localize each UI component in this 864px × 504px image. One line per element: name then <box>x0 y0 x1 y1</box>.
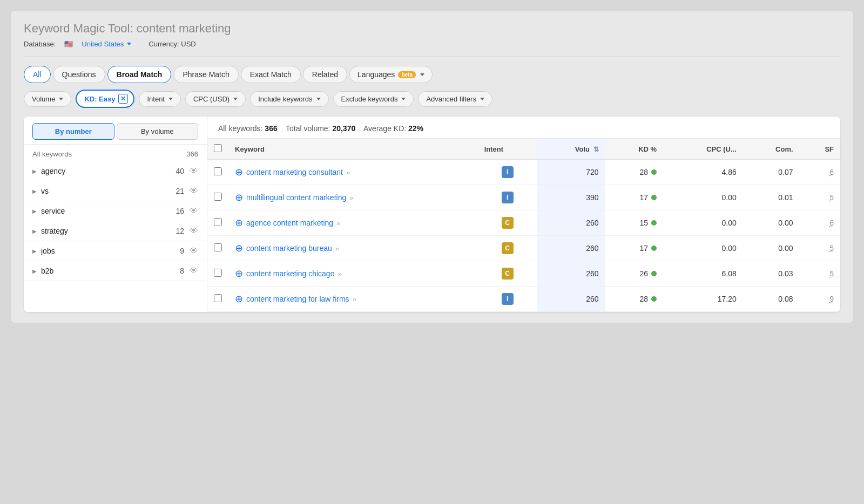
row-checkbox-cell <box>207 185 228 210</box>
add-keyword-icon[interactable]: ⊕ <box>235 218 243 228</box>
intent-cell: C <box>478 236 537 261</box>
cpc-cell: 0.00 <box>663 236 743 261</box>
cpc-filter[interactable]: CPC (USD) <box>185 91 246 107</box>
b2b-eye-icon[interactable]: 👁 <box>190 266 198 276</box>
expand-service-icon: ▶ <box>32 208 37 214</box>
exclude-keywords-filter[interactable]: Exclude keywords <box>333 91 414 107</box>
cpc-cell: 4.86 <box>663 160 743 185</box>
by-volume-button[interactable]: By volume <box>117 123 199 140</box>
keyword-chevrons-icon: » <box>346 168 350 176</box>
tab-phrase-match[interactable]: Phrase Match <box>173 66 238 83</box>
beta-badge: beta <box>398 71 416 78</box>
add-keyword-icon[interactable]: ⊕ <box>235 269 243 278</box>
page-header: Keyword Magic Tool: content marketing Da… <box>24 22 840 48</box>
include-keywords-filter[interactable]: Include keywords <box>250 91 328 107</box>
stats-row: All keywords: 366 Total volume: 20,370 A… <box>207 117 840 139</box>
expand-b2b-icon: ▶ <box>32 268 37 274</box>
kd-col-header[interactable]: KD % <box>605 139 664 160</box>
kd-dot-icon <box>651 271 657 276</box>
row-checkbox[interactable] <box>214 294 222 302</box>
add-keyword-icon[interactable]: ⊕ <box>235 243 243 253</box>
tab-broad-match[interactable]: Broad Match <box>107 66 172 83</box>
keyword-col-header[interactable]: Keyword <box>228 139 478 160</box>
b2b-count: 8 <box>180 267 184 275</box>
com-col-header[interactable]: Com. <box>743 139 800 160</box>
cpc-cell: 0.00 <box>663 185 743 210</box>
kd-dot-icon <box>651 195 657 200</box>
table-row: ⊕content marketing consultant»I720284.86… <box>207 160 840 185</box>
row-checkbox[interactable] <box>214 269 222 277</box>
cpc-cell: 17.20 <box>663 287 743 312</box>
kd-cell: 26 <box>605 261 664 287</box>
database-link[interactable]: United States <box>82 40 131 48</box>
agency-eye-icon[interactable]: 👁 <box>190 166 198 176</box>
sidebar-item-vs[interactable]: ▶ vs 21 👁 <box>24 181 207 201</box>
sidebar-item-b2b[interactable]: ▶ b2b 8 👁 <box>24 261 207 281</box>
add-keyword-icon[interactable]: ⊕ <box>235 193 243 202</box>
volume-filter[interactable]: Volume <box>24 91 71 107</box>
select-all-checkbox[interactable] <box>214 144 222 152</box>
sidebar-item-jobs[interactable]: ▶ jobs 9 👁 <box>24 241 207 261</box>
intent-badge: C <box>502 242 514 254</box>
tab-related[interactable]: Related <box>303 66 347 83</box>
intent-filter[interactable]: Intent <box>139 91 181 107</box>
kd-easy-close-button[interactable]: ✕ <box>118 94 128 104</box>
keyword-link[interactable]: ⊕content marketing for law firms» <box>235 294 471 304</box>
row-checkbox[interactable] <box>214 243 222 251</box>
database-chevron-icon <box>127 43 131 45</box>
intent-col-header[interactable]: Intent <box>478 139 537 160</box>
sidebar-item-service[interactable]: ▶ service 16 👁 <box>24 201 207 221</box>
tab-languages[interactable]: Languages beta <box>349 66 433 83</box>
select-all-header[interactable] <box>207 139 228 160</box>
strategy-eye-icon[interactable]: 👁 <box>190 226 198 236</box>
kd-dot-icon <box>651 296 657 302</box>
by-number-button[interactable]: By number <box>32 123 114 140</box>
keyword-link[interactable]: ⊕agence content marketing» <box>235 218 471 228</box>
tab-exact-match[interactable]: Exact Match <box>241 66 301 83</box>
cpc-filter-label: CPC (USD) <box>193 95 230 103</box>
expand-vs-icon: ▶ <box>32 188 37 194</box>
kd-easy-filter[interactable]: KD: Easy ✕ <box>76 90 134 108</box>
sidebar-item-strategy[interactable]: ▶ strategy 12 👁 <box>24 221 207 241</box>
advanced-filters[interactable]: Advanced filters <box>418 91 492 107</box>
advanced-filters-label: Advanced filters <box>426 95 476 103</box>
service-eye-icon[interactable]: 👁 <box>190 206 198 216</box>
sf-cell: 5 <box>800 236 840 261</box>
page-title: Keyword Magic Tool: content marketing <box>24 22 840 36</box>
kd-value: 26 <box>640 269 649 278</box>
row-checkbox[interactable] <box>214 167 222 175</box>
vs-eye-icon[interactable]: 👁 <box>190 186 198 196</box>
b2b-label: b2b <box>41 267 180 275</box>
table-row: ⊕agence content marketing»C260150.000.00… <box>207 210 840 236</box>
intent-cell: C <box>478 261 537 287</box>
com-cell: 0.01 <box>743 185 800 210</box>
keyword-link[interactable]: ⊕content marketing bureau» <box>235 243 471 253</box>
table-container: Keyword Intent Volu ⇅ KD % <box>207 139 840 312</box>
row-checkbox-cell <box>207 160 228 185</box>
row-checkbox[interactable] <box>214 193 222 201</box>
volume-col-header[interactable]: Volu ⇅ <box>537 139 605 160</box>
avg-kd-value: 22% <box>408 124 423 133</box>
cpc-col-header[interactable]: CPC (U... <box>663 139 743 160</box>
com-cell: 0.08 <box>743 287 800 312</box>
keyword-link[interactable]: ⊕content marketing consultant» <box>235 167 471 177</box>
keyword-link[interactable]: ⊕multilingual content marketing» <box>235 193 471 202</box>
expand-agency-icon: ▶ <box>32 168 37 174</box>
sf-col-header[interactable]: SF <box>800 139 840 160</box>
include-chevron-icon <box>316 98 321 100</box>
tab-questions[interactable]: Questions <box>53 66 105 83</box>
add-keyword-icon[interactable]: ⊕ <box>235 167 243 177</box>
all-keywords-stat-value: 366 <box>265 124 277 133</box>
add-keyword-icon[interactable]: ⊕ <box>235 294 243 304</box>
row-checkbox[interactable] <box>214 218 222 226</box>
title-prefix: Keyword Magic Tool: <box>24 22 133 35</box>
kd-dot-icon <box>651 246 657 251</box>
keyword-text: content marketing chicago <box>246 269 334 278</box>
volume-sort-icon: ⇅ <box>593 146 599 153</box>
jobs-eye-icon[interactable]: 👁 <box>190 246 198 256</box>
tab-all[interactable]: All <box>24 66 51 83</box>
vs-label: vs <box>41 187 176 195</box>
keyword-link[interactable]: ⊕content marketing chicago» <box>235 269 471 278</box>
keyword-text: agence content marketing <box>246 219 333 227</box>
sidebar-item-agency[interactable]: ▶ agency 40 👁 <box>24 161 207 181</box>
